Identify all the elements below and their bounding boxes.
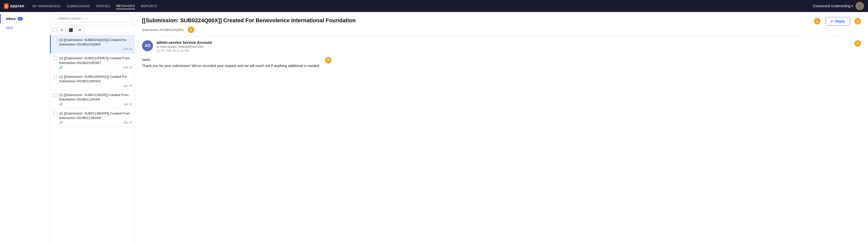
msg-checkbox-4[interactable] [53,93,57,97]
message-item-4[interactable]: (2) [[Submission: SUB0112IKKR]] Created … [50,90,135,109]
msg-date-2: Feb 10 [123,66,132,69]
detail-title: [[Submission: SUB0224Q00X]] Created For … [142,17,809,24]
sender-avatar: AS [142,40,153,51]
msg-subject-2: (2) [[Submission: SUB0210PDR7]] Created … [59,56,132,65]
msg-meta-1: Feb 24 [59,47,132,51]
title-with-callout: [[Submission: SUB0224Q00X]] Created For … [142,17,820,25]
nav-messages[interactable]: MESSAGES [116,3,135,9]
sidebar-item-inbox[interactable]: Inbox 1 [0,14,50,23]
app-name-btn[interactable]: Connected Underwriting ▾ [813,4,853,8]
msg-content-1: (1) [[Submission: SUB0224Q00X]] Created … [59,38,132,51]
select-all-checkbox[interactable] [53,28,57,32]
sidebar-item-sent[interactable]: Sent [0,23,50,32]
msg-attachment-4: 🔗 [59,102,63,106]
callout-badge-1: 1 [814,18,820,25]
detail-header: [[Submission: SUB0224Q00X]] Created For … [142,17,861,26]
nav-right: Connected Underwriting ▾ 👤 [813,2,864,10]
sender-info: admin.service Service Account to Andy Ap… [156,40,849,53]
msg-subject-5: (2) [[Submission: SUB0112BHDP]] Created … [59,111,132,120]
submission-link-row: Submission #SUB0224Q00X 2 [142,27,861,33]
msg-date-3: Jan 26 [123,84,132,88]
sender-name: admin.service Service Account [156,40,849,44]
callout-badge-5: 5 [325,57,332,63]
msg-attachment-5: 🔗 [59,121,63,124]
sender-callout-wrap: admin.service Service Account to Andy Ap… [156,40,861,53]
detail-divider [142,36,861,36]
message-toolbar: ↻ ⬛ ✉ [50,25,135,35]
msg-subject-4: (2) [[Submission: SUB0112IKKR]] Created … [59,93,132,102]
user-avatar[interactable]: 👤 [856,2,864,10]
mail-button[interactable]: ✉ [76,27,84,33]
body-hello: Hello, [142,57,320,63]
nav-reports[interactable]: REPORTS [141,3,157,9]
top-nav: a appian MY WORKBENCH SUBMISSIONS PARTIE… [0,0,868,12]
reply-wrap: ↩ Reply 3 [820,17,861,26]
sender-to: to Andy Appian, joedodd@test.com [156,45,849,49]
message-list-panel: ↻ ⬛ ✉ (1) [[Submission: SUB0224Q00X]] Cr… [50,12,135,243]
search-bar [50,12,135,25]
clock-icon: 🕐 [156,49,160,53]
message-item-3[interactable]: (1) [[Submission: SUB01260HAC]] Created … [50,72,135,90]
msg-content-2: (2) [[Submission: SUB0210PDR7]] Created … [59,56,132,69]
msg-checkbox-1[interactable] [53,38,57,42]
reply-arrow-icon: ↩ [831,19,834,23]
callout-badge-4: 4 [855,40,861,47]
body-callout-wrap: Hello, Thank you for your submission! We… [142,57,861,69]
callout-badge-2: 2 [188,27,194,33]
msg-date-4: Jan 12 [123,102,132,106]
inbox-badge: 1 [18,17,23,21]
callout-badge-3: 3 [855,18,861,25]
logo-icon: a [4,3,8,9]
refresh-button[interactable]: ↻ [58,27,65,33]
msg-content-5: (2) [[Submission: SUB0112BHDP]] Created … [59,111,132,124]
msg-body-text: Hello, Thank you for your submission! We… [142,57,861,69]
submission-link[interactable]: Submission #SUB0224Q00X [142,28,184,32]
msg-subject-1: (1) [[Submission: SUB0224Q00X]] Created … [59,38,132,47]
app-logo[interactable]: a appian [4,3,25,9]
nav-parties[interactable]: PARTIES [96,3,110,9]
msg-checkbox-3[interactable] [53,75,57,79]
message-item-5[interactable]: (2) [[Submission: SUB0112BHDP]] Created … [50,109,135,127]
body-main: Thank you for your submission! We've rec… [142,63,320,69]
nav-my-workbench[interactable]: MY WORKBENCH [32,3,61,9]
msg-meta-3: Jan 26 [59,84,132,88]
main-layout: Inbox 1 Sent ↻ ⬛ ✉ (1) [[Submission: SUB… [0,12,868,243]
search-input[interactable] [53,14,132,22]
archive-button[interactable]: ⬛ [67,27,74,33]
nav-submissions[interactable]: SUBMISSIONS [66,3,90,9]
message-detail: [[Submission: SUB0224Q00X]] Created For … [135,12,868,243]
msg-meta-4: 🔗 Jan 12 [59,102,132,106]
msg-subject-3: (1) [[Submission: SUB01260HAC]] Created … [59,74,132,84]
reply-button[interactable]: ↩ Reply [826,17,850,26]
inbox-label: Inbox [6,17,16,21]
logo-text: appian [10,4,25,8]
msg-checkbox-5[interactable] [53,112,57,116]
reply-label: Reply [835,19,845,23]
msg-checkbox-2[interactable] [53,57,57,60]
sidebar: Inbox 1 Sent [0,12,50,243]
msg-meta-5: 🔗 Jan 12 [59,121,132,124]
msg-content-4: (2) [[Submission: SUB0112IKKR]] Created … [59,93,132,106]
msg-meta-2: 🔗 Feb 10 [59,66,132,69]
msg-content-3: (1) [[Submission: SUB01260HAC]] Created … [59,74,132,88]
msg-body-header: AS admin.service Service Account to Andy… [142,40,861,53]
sender-date: 🕐 Fri, Feb 24 11:01 AM [156,49,849,53]
msg-date-5: Jan 12 [123,121,132,124]
sent-label: Sent [6,26,13,30]
body-text-block: Hello, Thank you for your submission! We… [142,57,320,69]
msg-date-1: Feb 24 [123,47,132,51]
message-item-2[interactable]: (2) [[Submission: SUB0210PDR7]] Created … [50,54,135,72]
msg-attachment-2: 🔗 [59,66,63,69]
message-item-1[interactable]: (1) [[Submission: SUB0224Q00X]] Created … [50,35,135,54]
